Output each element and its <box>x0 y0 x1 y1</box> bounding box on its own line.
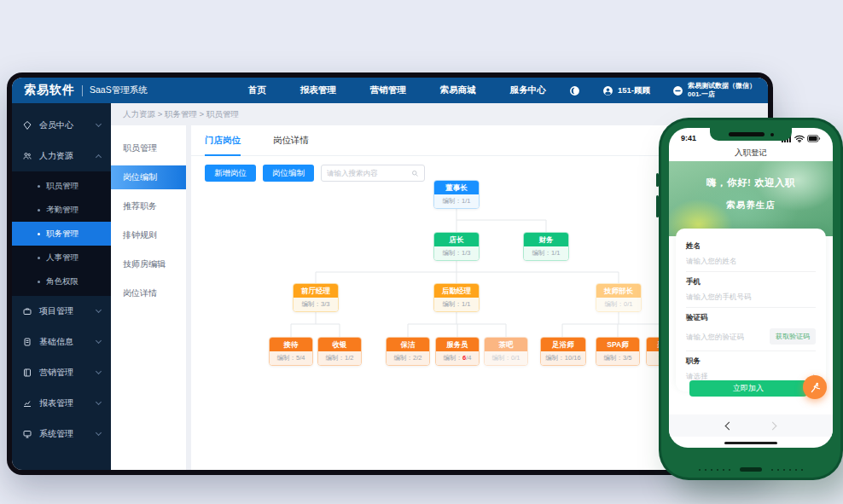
tab-store-positions[interactable]: 门店岗位 <box>205 135 241 156</box>
org-node-cleaner[interactable]: 保洁 编制：2/2 <box>386 337 430 366</box>
nav-item-reports[interactable]: 报表管理 <box>300 84 336 96</box>
menu-item-scheduling-rules[interactable]: 排钟规则 <box>111 221 186 250</box>
onboarding-form: 姓名 手机 验证码 获取验证码 职务 请选择 <box>676 229 826 391</box>
phone-camera <box>770 133 774 136</box>
mobile-label: 手机 <box>686 277 816 287</box>
chevron-down-icon <box>96 430 102 436</box>
submenu-item-position[interactable]: 职务管理 <box>12 222 111 246</box>
user-account[interactable]: 151-顾顾 <box>602 85 650 96</box>
submenu-item-personnel[interactable]: 人事管理 <box>12 246 111 269</box>
back-arrow-icon[interactable] <box>725 421 734 430</box>
nav-item-service[interactable]: 服务中心 <box>510 84 546 96</box>
search-icon <box>411 170 419 177</box>
membership-icon <box>22 120 32 130</box>
org-node-logistics-manager[interactable]: 后勤经理 编制：1/1 <box>433 283 480 312</box>
nav-item-home[interactable]: 首页 <box>248 84 266 96</box>
phone-volume-button <box>656 195 659 217</box>
org-node-foot-bath[interactable]: 足浴师 编制：10/16 <box>540 337 586 366</box>
book-icon <box>22 368 32 378</box>
code-field-group: 验证码 获取验证码 <box>686 308 816 351</box>
phone-chin <box>661 467 840 472</box>
search-box[interactable] <box>321 165 425 182</box>
menu-item-position-plan[interactable]: 岗位编制 <box>111 165 186 189</box>
wifi-icon <box>794 135 805 142</box>
name-field-group: 姓名 <box>686 236 816 272</box>
org-node-finance[interactable]: 财务 编制：1/1 <box>523 232 569 261</box>
monitor-icon <box>22 429 32 439</box>
phone-mockup: 9:41 入职登记 嗨，你好! 欢迎入职 索易养生店 姓名 手机 <box>661 120 840 478</box>
hr-submenu: 职员管理 考勤管理 职务管理 人事管理 角色权限 <box>12 171 111 296</box>
chart-line-icon <box>22 398 32 408</box>
menu-item-recommended-jobs[interactable]: 推荐职务 <box>111 192 186 221</box>
chevron-down-icon <box>96 399 102 405</box>
menu-item-staff-mgmt[interactable]: 职员管理 <box>111 134 186 163</box>
edit-position-button[interactable]: 岗位编制 <box>263 165 314 182</box>
user-icon <box>602 85 613 96</box>
top-navigation-bar: 索易软件 SaaS管理系统 首页 报表管理 营销管理 索易商城 服务中心 151… <box>12 78 768 103</box>
menu-item-position-detail[interactable]: 岗位详情 <box>111 279 186 308</box>
submenu-item-roles[interactable]: 角色权限 <box>12 269 111 293</box>
section-menu: 职员管理 岗位编制 推荐职务 排钟规则 技师房编辑 岗位详情 <box>111 125 186 470</box>
battery-icon <box>807 135 821 142</box>
sidebar-item-basic-info[interactable]: 基础信息 <box>12 327 111 357</box>
nav-item-mall[interactable]: 索易商城 <box>440 84 476 96</box>
topbar-right-group: 151-顾顾 索易测试数据（微信） 001-一店 <box>569 82 756 99</box>
project-briefcase-icon <box>22 306 32 316</box>
org-node-cashier[interactable]: 收银 编制：1/2 <box>317 337 362 366</box>
breadcrumb: 人力资源 > 职务管理 > 职员管理 <box>111 103 768 125</box>
sidebar-item-reports[interactable]: 报表管理 <box>12 388 111 419</box>
chevron-up-icon <box>96 154 102 160</box>
job-label: 职务 <box>686 356 816 367</box>
sidebar-item-projects[interactable]: 项目管理 <box>12 296 111 327</box>
main-sidebar: 会员中心 人力资源 职员管理 考勤管理 职务管理 人事管理 角色权限 <box>12 103 111 470</box>
sidebar-item-system[interactable]: 系统管理 <box>12 419 111 449</box>
nav-item-marketing[interactable]: 营销管理 <box>370 84 406 96</box>
phone-mute-switch <box>656 173 659 187</box>
add-position-button[interactable]: 新增岗位 <box>205 165 256 182</box>
name-input[interactable] <box>686 257 816 265</box>
submenu-item-staff[interactable]: 职员管理 <box>12 174 111 198</box>
sidebar-item-hr[interactable]: 人力资源 <box>12 141 111 171</box>
app-shell: 索易软件 SaaS管理系统 首页 报表管理 营销管理 索易商城 服务中心 151… <box>12 78 768 470</box>
phone-hero-banner: 嗨，你好! 欢迎入职 索易养生店 <box>669 161 833 236</box>
org-node-reception[interactable]: 接待 编制：5/4 <box>269 337 313 366</box>
code-input[interactable] <box>686 333 765 341</box>
home-indicator <box>724 442 777 444</box>
document-icon <box>22 337 32 347</box>
org-node-waiter[interactable]: 服务员 编制：6/4 <box>435 337 480 366</box>
sidebar-item-member-center[interactable]: 会员中心 <box>12 110 111 141</box>
runner-icon <box>809 381 822 394</box>
forward-arrow-icon[interactable] <box>769 421 777 430</box>
sidebar-item-marketing[interactable]: 营销管理 <box>12 357 111 388</box>
code-label: 验证码 <box>686 313 816 323</box>
mobile-input[interactable] <box>686 293 816 301</box>
org-node-front-manager[interactable]: 前厅经理 编制：3/3 <box>293 283 339 312</box>
org-node-store-manager[interactable]: 店长 编制：1/3 <box>433 232 480 261</box>
runner-fab-button[interactable] <box>803 375 827 399</box>
hr-people-icon <box>22 151 32 161</box>
submenu-item-attendance[interactable]: 考勤管理 <box>12 198 111 222</box>
desktop-window: 索易软件 SaaS管理系统 首页 报表管理 营销管理 索易商城 服务中心 151… <box>7 72 773 475</box>
product-title: SaaS管理系统 <box>90 84 148 96</box>
name-label: 姓名 <box>686 241 816 252</box>
store-name: 索易测试数据（微信） 001-一店 <box>688 82 756 99</box>
org-node-spa[interactable]: SPA师 编制：3/5 <box>596 337 640 366</box>
brand-logo: 索易软件 <box>24 83 75 98</box>
chevron-down-icon <box>96 338 102 344</box>
tab-position-detail[interactable]: 岗位详情 <box>273 135 309 155</box>
phone-speaker <box>729 132 765 136</box>
status-time: 9:41 <box>681 134 696 142</box>
store-selector[interactable]: 索易测试数据（微信） 001-一店 <box>672 82 756 99</box>
menu-item-technician-room[interactable]: 技师房编辑 <box>111 250 186 279</box>
org-node-tea-bar[interactable]: 茶吧 编制：0/1 <box>484 337 528 366</box>
org-node-technician-chief[interactable]: 技师部长 编制：0/1 <box>596 283 642 312</box>
join-now-button[interactable]: 立即加入 <box>689 380 807 397</box>
hero-store-name: 索易养生店 <box>669 200 833 211</box>
chevron-down-icon <box>96 368 102 374</box>
mobile-field-group: 手机 <box>686 272 816 308</box>
org-node-chairman[interactable]: 董事长 编制：1/1 <box>433 180 480 209</box>
get-code-button[interactable]: 获取验证码 <box>770 328 816 345</box>
hero-greeting: 嗨，你好! 欢迎入职 <box>669 177 833 189</box>
search-input[interactable] <box>327 169 408 177</box>
customer-service-icon[interactable] <box>569 85 580 96</box>
